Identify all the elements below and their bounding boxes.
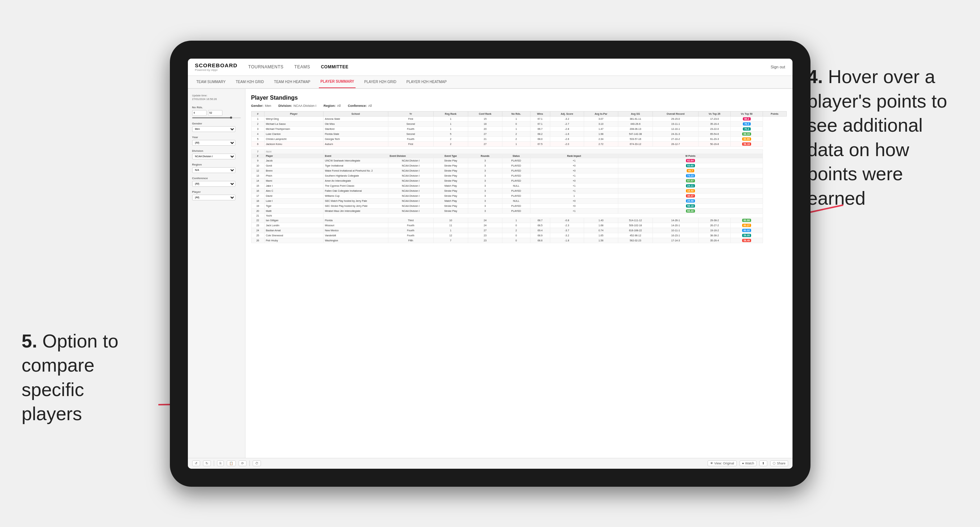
col-adj-score: Adj. Score xyxy=(550,111,584,116)
col-vs25: Vs Top 25 xyxy=(698,111,730,116)
col-conf-rank: Conf Rank xyxy=(468,111,503,116)
table-row: 2 Michael La Sasso Ole Miss Second 1 18 … xyxy=(251,121,786,126)
col-avg-par: Avg to-Par xyxy=(584,111,618,116)
region-label: Region xyxy=(192,163,241,166)
export-button[interactable]: ⬆ xyxy=(759,460,767,466)
tablet: SCOREBOARD Powered by clippi TOURNAMENTS… xyxy=(170,41,810,487)
sub-nav-player-h2h-grid[interactable]: PLAYER H2H GRID xyxy=(363,76,398,88)
no-rds-slider[interactable] xyxy=(192,117,241,118)
player-select[interactable]: (All) xyxy=(192,195,235,200)
watch-button[interactable]: ● Watch xyxy=(740,460,757,466)
standings-table: # Player School Yr Reg Rank Conf Rank No… xyxy=(251,111,787,243)
region-select[interactable]: N/A xyxy=(192,167,235,173)
col-avg-sg: Avg SG xyxy=(618,111,653,116)
share-icon: ⬡ xyxy=(773,462,776,465)
tooltip-row: 12 Brenn Wake Forest Invitational at Pin… xyxy=(251,168,786,173)
tooltip-row: 13 Phich Southern Highlands Collegiate N… xyxy=(251,173,786,178)
nav-items: TOURNAMENTS TEAMS COMMITTEE xyxy=(248,63,770,70)
filter-conference: Conference: All xyxy=(348,104,372,108)
sidebar-region: Region N/A xyxy=(192,163,241,173)
annotation-top-right: 4. Hover over a player's points to see a… xyxy=(807,65,958,211)
tooltip-row: 16 Alex C Fallen Oak Collegiate Invitati… xyxy=(251,188,786,193)
tooltip-row: 17 David Williams Cup NCAA Division I St… xyxy=(251,193,786,198)
sidebar-year: Year (All) xyxy=(192,136,241,146)
col-reg-rank: Reg Rank xyxy=(433,111,468,116)
paste-button[interactable]: 📋 xyxy=(227,460,236,466)
reset-button[interactable]: ⟳ xyxy=(239,460,247,466)
no-rds-min-input[interactable] xyxy=(192,110,207,116)
player-label: Player xyxy=(192,190,241,194)
sidebar-gender: Gender Men xyxy=(192,122,241,132)
tooltip-row: 15 Jake I The Cypress Point Classic NCAA… xyxy=(251,183,786,188)
nav-teams[interactable]: TEAMS xyxy=(294,63,310,70)
bottom-toolbar: ↺ ↻ ⎘ 📋 ⟳ ⏱ 👁 View: Original ● Watch ⬆ xyxy=(188,458,792,469)
watch-icon: ● xyxy=(742,462,744,465)
sidebar-no-rds-label: No Rds. xyxy=(192,106,241,109)
table-row: 21 Yochi xyxy=(251,213,786,217)
table-row-highlighted: 6 Jackson Koivu Auburn First 2 27 1 67.5… xyxy=(251,141,786,146)
share-label: Share xyxy=(777,462,785,465)
sub-nav-player-h2h-heatmap[interactable]: PLAYER H2H HEATMAP xyxy=(405,76,448,88)
nav-committee[interactable]: COMMITTEE xyxy=(321,63,349,70)
col-yr: Yr xyxy=(388,111,433,116)
year-select[interactable]: (All) xyxy=(192,140,235,146)
copy-button[interactable]: ⎘ xyxy=(217,460,224,466)
brand-title: SCOREBOARD xyxy=(195,62,237,68)
table-row: 1 Wenyi Ding Arizona State First 1 15 1 … xyxy=(251,116,786,121)
sign-out[interactable]: Sign out xyxy=(770,65,785,69)
col-player: Player xyxy=(264,111,323,116)
sidebar-player: Player (All) xyxy=(192,190,241,200)
table-row xyxy=(251,146,786,149)
sub-nav: TEAM SUMMARY TEAM H2H GRID TEAM H2H HEAT… xyxy=(188,76,792,89)
year-label: Year xyxy=(192,136,241,139)
col-wins: Wins xyxy=(530,111,550,116)
table-row: 22 Ian Gilligan Florida Third 10 24 1 68… xyxy=(251,217,786,223)
filter-region: Region: All xyxy=(323,104,341,108)
brand-subtitle: Powered by clippi xyxy=(195,68,237,71)
col-school: School xyxy=(323,111,388,116)
toolbar-sep-2 xyxy=(250,460,250,466)
table-row: 3 Michael Thorbjornsen Stanford Fourth 1… xyxy=(251,126,786,131)
table-header-row: # Player School Yr Reg Rank Conf Rank No… xyxy=(251,111,786,116)
content-area: Player Standings Gender: Men Division: N… xyxy=(245,89,792,458)
share-button[interactable]: ⬡ Share xyxy=(770,460,788,466)
division-select[interactable]: NCAA Division I xyxy=(192,154,235,159)
table-row: 23 Jack Lundin Missouri Fourth 11 24 0 6… xyxy=(251,223,786,228)
tooltip-header-row: # Player Event Event Division Event Type… xyxy=(251,154,786,158)
gender-label: Gender xyxy=(192,122,241,125)
clock-button[interactable]: ⏱ xyxy=(253,460,261,466)
table-row: 4 Luke Clanton Florida State Second 5 27… xyxy=(251,131,786,137)
filter-gender: Gender: Men xyxy=(251,104,271,108)
standings-title: Player Standings xyxy=(251,95,787,101)
table-row: 7 Nichi xyxy=(251,149,786,154)
annotation-number-5: 5. xyxy=(22,330,37,351)
sub-nav-player-summary[interactable]: PLAYER SUMMARY xyxy=(319,76,356,88)
top-nav: SCOREBOARD Powered by clippi TOURNAMENTS… xyxy=(188,59,792,76)
sidebar-no-rds: No Rds. xyxy=(192,106,241,118)
main-content: Update time: 27/01/2024 16:56:26 No Rds. xyxy=(188,89,792,458)
view-original-label: View: Original xyxy=(714,462,734,465)
brand: SCOREBOARD Powered by clippi xyxy=(195,62,237,71)
redo-button[interactable]: ↻ xyxy=(203,460,211,466)
view-original-button[interactable]: 👁 View: Original xyxy=(708,460,737,466)
nav-tournaments[interactable]: TOURNAMENTS xyxy=(248,63,283,70)
sub-nav-team-h2h-heatmap[interactable]: TEAM H2H HEATMAP xyxy=(272,76,312,88)
no-rds-max-input[interactable] xyxy=(208,110,223,116)
division-label: Division xyxy=(192,149,241,152)
sub-nav-team-summary[interactable]: TEAM SUMMARY xyxy=(195,76,228,88)
tooltip-row: 18 Luke I SEC Match Play hosted by Jerry… xyxy=(251,198,786,203)
sub-nav-team-h2h-grid[interactable]: TEAM H2H GRID xyxy=(234,76,265,88)
table-row: 25 Cole Sherwood Vanderbilt Fourth 12 23… xyxy=(251,233,786,238)
undo-button[interactable]: ↺ xyxy=(192,460,200,466)
tooltip-row: 9 Jacob UNCW Seahawk Intercollegiate NCA… xyxy=(251,158,786,163)
tooltip-row: 10 Gordi Tiger Invitational NCAA Divisio… xyxy=(251,163,786,168)
tooltip-row: 19 Tiger SEC Stroke Play hosted by Jerry… xyxy=(251,203,786,208)
col-no-rds: No Rds. xyxy=(502,111,530,116)
conference-select[interactable]: (All) xyxy=(192,181,235,187)
filter-division: Division: NCAA Division I xyxy=(278,104,317,108)
sidebar-update: Update time: 27/01/2024 16:56:26 xyxy=(192,94,241,102)
gender-select[interactable]: Men xyxy=(192,126,235,132)
watch-label: Watch xyxy=(745,462,754,465)
col-rank: # xyxy=(251,111,264,116)
filters-row: Gender: Men Division: NCAA Division I Re… xyxy=(251,104,787,108)
